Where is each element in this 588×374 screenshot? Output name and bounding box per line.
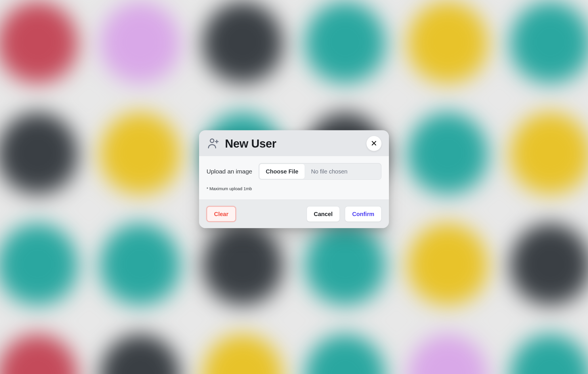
background-blob	[98, 222, 182, 314]
svg-point-0	[210, 139, 214, 143]
background-blob	[406, 0, 489, 92]
background-blob	[201, 333, 285, 374]
background-blob	[509, 222, 588, 314]
modal-body: Upload an image Choose File No file chos…	[199, 156, 389, 200]
user-plus-icon	[207, 137, 220, 150]
clear-button[interactable]: Clear	[207, 206, 236, 222]
choose-file-button[interactable]: Choose File	[259, 164, 305, 179]
background-blob	[98, 111, 182, 203]
background-blob	[98, 0, 182, 92]
modal-footer: Clear Cancel Confirm	[199, 200, 389, 228]
confirm-button[interactable]: Confirm	[345, 206, 381, 222]
background-blob	[0, 333, 79, 374]
upload-row: Upload an image Choose File No file chos…	[207, 163, 381, 180]
background-blob	[406, 111, 489, 203]
background-blob	[303, 333, 387, 374]
upload-label: Upload an image	[207, 168, 252, 175]
background-blob	[98, 333, 182, 374]
background-blob	[509, 0, 588, 92]
background-blob	[509, 333, 588, 374]
upload-hint: * Maximum upload 1mb	[207, 186, 381, 191]
file-status-text: No file chosen	[305, 163, 381, 180]
background-blob	[303, 222, 387, 314]
background-blob	[406, 333, 489, 374]
close-button[interactable]	[366, 136, 381, 151]
modal-title: New User	[225, 137, 276, 150]
background-blob	[0, 0, 79, 92]
background-blob	[509, 111, 588, 203]
close-icon	[371, 140, 377, 147]
new-user-modal: New User Upload an image Choose File No …	[199, 130, 389, 228]
background-blob	[406, 222, 489, 314]
modal-header-left: New User	[207, 137, 276, 150]
background-blob	[303, 0, 387, 92]
background-blob	[0, 111, 79, 203]
file-input[interactable]: Choose File No file chosen	[259, 163, 381, 180]
background-blob	[201, 222, 285, 314]
modal-header: New User	[199, 130, 389, 156]
background-blob	[0, 222, 79, 314]
cancel-button[interactable]: Cancel	[307, 206, 340, 222]
background-blob	[201, 0, 285, 92]
